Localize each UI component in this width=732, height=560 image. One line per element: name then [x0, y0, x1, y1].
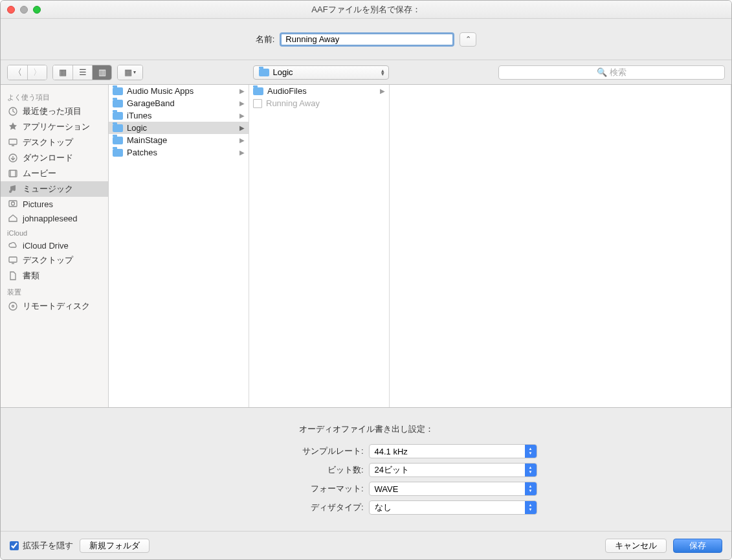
folder-row[interactable]: Audio Music Apps▶ — [109, 85, 249, 97]
sidebar-item-label: デスクトップ — [23, 254, 73, 266]
file-icon — [253, 99, 262, 108]
search-input[interactable]: 🔍 検索 — [498, 65, 725, 80]
cloud-icon — [7, 240, 19, 251]
folder-label: MainStage — [127, 135, 167, 145]
download-icon — [7, 153, 19, 163]
filename-input[interactable] — [280, 32, 454, 47]
list-view-button[interactable]: ☰ — [72, 65, 92, 80]
format-label: フォーマット: — [195, 483, 364, 495]
chevron-right-icon: ▶ — [239, 149, 245, 156]
close-icon[interactable] — [7, 6, 15, 14]
name-label: 名前: — [256, 34, 275, 45]
select-value: 24ビット — [375, 464, 409, 476]
svg-rect-1 — [9, 139, 17, 144]
path-dropdown[interactable]: Logic ▴▾ — [253, 65, 389, 80]
bit-depth-select[interactable]: 24ビット — [369, 463, 537, 477]
sample-rate-select[interactable]: 44.1 kHz — [369, 444, 537, 458]
sidebar-item-icloud-drive[interactable]: iCloud Drive — [1, 238, 108, 252]
sidebar-item-label: 最近使った項目 — [23, 106, 82, 117]
chevron-right-icon: ▶ — [239, 124, 245, 131]
sidebar-item-home[interactable]: johnappleseed — [1, 211, 108, 225]
sidebar-header-devices: 装置 — [1, 284, 108, 298]
folder-row[interactable]: GarageBand▶ — [109, 97, 249, 109]
folder-label: Logic — [127, 123, 147, 133]
disc-icon — [7, 301, 19, 311]
grid-icon: ▦ — [59, 67, 67, 77]
home-icon — [7, 213, 19, 223]
columns-icon: ▥ — [98, 67, 106, 77]
file-row[interactable]: Running Away — [249, 97, 389, 109]
sidebar-item-music[interactable]: ミュージック — [1, 181, 108, 197]
sidebar-item-icloud-documents[interactable]: 書類 — [1, 268, 108, 284]
cancel-button[interactable]: キャンセル — [605, 539, 667, 553]
svg-point-5 — [12, 202, 15, 205]
bit-depth-label: ビット数: — [195, 464, 364, 476]
format-select[interactable]: WAVE — [369, 482, 537, 496]
browser-column-1: Audio Music Apps▶ GarageBand▶ iTunes▶ Lo… — [109, 85, 249, 407]
hide-extension-checkbox[interactable]: 拡張子を隠す — [10, 540, 73, 552]
back-button[interactable]: 〈 — [8, 65, 27, 80]
folder-label: AudioFiles — [267, 86, 307, 96]
sidebar-item-icloud-desktop[interactable]: デスクトップ — [1, 252, 108, 268]
sidebar-item-downloads[interactable]: ダウンロード — [1, 150, 108, 166]
column-view-button[interactable]: ▥ — [92, 65, 111, 80]
select-value: 44.1 kHz — [375, 447, 408, 456]
chevron-right-icon: ▶ — [239, 100, 245, 107]
folder-row[interactable]: Patches▶ — [109, 146, 249, 159]
select-arrows-icon: ▴▾ — [381, 69, 384, 76]
path-label: Logic — [273, 67, 293, 77]
maximize-icon[interactable] — [33, 6, 41, 14]
folder-icon — [259, 69, 269, 76]
file-browser: よく使う項目 最近使った項目 アプリケーション デスクトップ ダウンロード ムー… — [1, 85, 731, 408]
chevron-left-icon: 〈 — [14, 67, 22, 78]
folder-row[interactable]: iTunes▶ — [109, 109, 249, 122]
expand-collapse-button[interactable]: ⌃ — [460, 32, 476, 47]
window-title: AAFファイルを別名で保存： — [1, 4, 731, 16]
new-folder-button[interactable]: 新規フォルダ — [80, 539, 150, 553]
sidebar-item-recents[interactable]: 最近使った項目 — [1, 104, 108, 119]
folder-label: iTunes — [127, 111, 152, 120]
sidebar-item-label: johnappleseed — [23, 214, 78, 223]
dither-select[interactable]: なし — [369, 500, 537, 515]
svg-point-8 — [12, 306, 14, 308]
save-button[interactable]: 保存 — [673, 539, 722, 553]
sidebar-item-pictures[interactable]: Pictures — [1, 197, 108, 211]
music-icon — [7, 184, 19, 194]
folder-label: Audio Music Apps — [127, 86, 194, 96]
minimize-icon — [20, 6, 28, 14]
search-placeholder: 検索 — [610, 67, 627, 78]
checkbox-label: 拡張子を隠す — [23, 540, 73, 552]
folder-icon — [113, 149, 123, 157]
export-settings: オーディオファイル書き出し設定： サンプルレート: 44.1 kHz ビット数:… — [1, 408, 731, 531]
folder-row[interactable]: MainStage▶ — [109, 134, 249, 146]
toolbar: 〈 〉 ▦ ☰ ▥ ▦▾ Logic ▴▾ 🔍 検索 — [1, 60, 731, 85]
chevron-right-icon: ▶ — [239, 112, 245, 119]
sidebar-item-desktop[interactable]: デスクトップ — [1, 135, 108, 150]
arrange-button[interactable]: ▦▾ — [118, 65, 142, 80]
folder-row[interactable]: AudioFiles▶ — [249, 85, 389, 97]
checkbox-input[interactable] — [10, 541, 19, 550]
folder-row[interactable]: Logic▶ — [109, 122, 249, 134]
sidebar-header-favorites: よく使う項目 — [1, 89, 108, 104]
dither-label: ディザタイプ: — [195, 502, 364, 513]
sidebar-item-movies[interactable]: ムービー — [1, 166, 108, 181]
settings-title: オーディオファイル書き出し設定： — [1, 423, 731, 435]
sidebar: よく使う項目 最近使った項目 アプリケーション デスクトップ ダウンロード ムー… — [1, 85, 109, 407]
folder-icon — [113, 100, 123, 107]
chevron-down-icon: ▾ — [133, 69, 136, 75]
select-value: なし — [375, 502, 392, 513]
traffic-lights — [7, 6, 41, 14]
chevron-up-icon: ⌃ — [465, 35, 471, 43]
browser-column-2: AudioFiles▶ Running Away — [249, 85, 390, 407]
select-arrows-icon — [525, 482, 537, 495]
name-row: 名前: ⌃ — [1, 19, 731, 60]
sidebar-item-label: デスクトップ — [23, 137, 73, 148]
movie-icon — [7, 168, 19, 179]
sidebar-item-label: ダウンロード — [23, 152, 73, 164]
folder-icon — [113, 112, 123, 120]
sidebar-item-label: リモートディスク — [23, 300, 90, 312]
icon-view-button[interactable]: ▦ — [53, 65, 72, 80]
folder-icon — [113, 124, 123, 132]
sidebar-item-remote-disc[interactable]: リモートディスク — [1, 298, 108, 314]
sidebar-item-applications[interactable]: アプリケーション — [1, 119, 108, 135]
